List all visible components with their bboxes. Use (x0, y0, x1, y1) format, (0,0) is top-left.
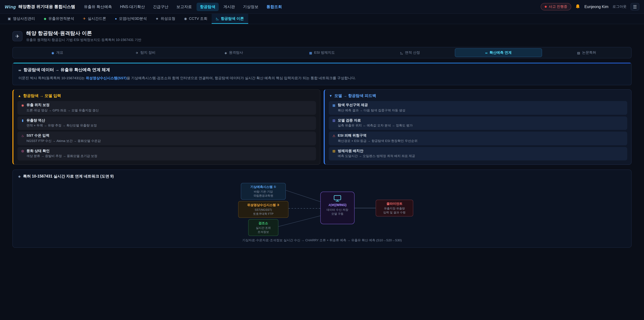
diagram-node-wing-server: 서버(WING) 데이터 수신·저장 모델 구동 (320, 192, 354, 224)
subnav-label: 영상사진관리 (13, 16, 35, 21)
tab-remote-sensing[interactable]: ◈ 원격탐사 (190, 48, 278, 57)
card-model-to-search: ▼ 모델 → 항공탐색 피드백 ▦ 탐색 우선구역 제공 확산 예측 결과 → … (324, 89, 632, 165)
subnav-label: 실시간드론 (88, 16, 106, 21)
nav-item-reports[interactable]: 보고자료 (173, 3, 195, 11)
row-description: 확산 예측 결과 → 다음 탐색 집중구역 자동 생성 (332, 108, 624, 113)
papers-icon: ▤ (577, 51, 580, 55)
row-title: ▥ 모델 검증 자료 (332, 118, 624, 123)
logout-button[interactable]: 로그아웃 (612, 4, 626, 9)
status-dot-icon (545, 6, 547, 8)
linkage-heading: ∞ 항공탐색 데이터 → 유출유 확산예측 연계 체계 (18, 67, 626, 73)
row-description: 드론·위성 영상 → GPS 좌표 → 모델 유출지점 갱신 (21, 108, 312, 113)
nav-item-board[interactable]: 게시판 (220, 3, 238, 11)
download-icon: ▼ (329, 94, 332, 98)
diagram-node-tide-station: 검조소 실시간 조위 조석정보 (248, 219, 278, 236)
user-name[interactable]: Eunjeong Kim (584, 5, 608, 9)
page-header-text: 해양 항공탐색·원격탐사 이론 유출유 원격탐지·항공감시 기법·ESI 방제정… (26, 30, 142, 42)
incident-status-label: 사고 진행중 (549, 4, 567, 9)
tab-detection-equipment[interactable]: ✈ 탐지 장비 (102, 48, 189, 57)
row-description: 면적 × 두께 → 유량 추정 → 확산모델 유출량 보정 (21, 124, 312, 128)
nav-item-hns-atmospheric[interactable]: HNS·대기확산 (117, 3, 148, 11)
tab-diffusion-linkage[interactable]: ∞ 확산예측 연계 (455, 48, 542, 57)
page-header: ✈ 해양 항공탐색·원격탐사 이론 유출유 원격탐지·항공감시 기법·ESI 방… (12, 30, 632, 42)
page-header-icon-box: ✈ (12, 31, 22, 41)
node-subtext: 토호쿠대학 FTP (241, 212, 286, 216)
row-title-text: 유출 위치 보정 (26, 103, 50, 108)
row-description: 확산경로 × ESI 등급 → 항공탐색 ESI 현장확인 우선순위 (332, 139, 624, 143)
nav-item-oil-spill-prediction[interactable]: 유출유 확산예측 (80, 3, 115, 11)
subnav-item-image-photo-management[interactable]: ▣ 영상사진관리 (3, 14, 40, 24)
notification-bell-icon[interactable] (576, 4, 580, 10)
card-search-to-model-title: ▲ 항공탐색 → 모델 입력 (18, 94, 316, 99)
diagram-node-client: 클라이언트 유출지점·유출량 입력 및 결과 수령 (376, 200, 413, 216)
alert-icon: ⚠ (332, 134, 336, 138)
app-root: Wing 해양환경 위기대응 통합시스템 유출유 확산예측 HNS·대기확산 긴… (0, 0, 644, 320)
row-title-text: 풍화 상태 확인 (26, 149, 50, 153)
list-item-position-correction: ◉ 유출 위치 보정 드론·위성 영상 → GPS 좌표 → 모델 유출지점 갱… (18, 101, 316, 115)
row-description: 예측 도달시간 → 오일펜스·방제정 최적 배치 좌표 제공 (332, 154, 624, 159)
subnav-item-aerial-search-theory[interactable]: ◺ 항공탐색 이론 (212, 14, 248, 24)
nav-item-emergency-rescue[interactable]: 긴급구난 (150, 3, 172, 11)
linkage-heading-text: 항공탐색 데이터 → 유출유 확산예측 연계 체계 (24, 67, 110, 73)
remote-sensing-icon: ◈ (224, 51, 227, 55)
ship-3d-icon: ● (115, 17, 117, 20)
upload-icon: ▲ (18, 94, 21, 98)
satellite-icon: ★ (156, 17, 158, 20)
list-item-volume-estimation: ▮ 유출량 역산 면적 × 두께 → 유량 추정 → 확산모델 유출량 보정 (18, 116, 316, 130)
tab-area-calculation[interactable]: ◺ 면적 산정 (366, 48, 454, 57)
incident-status-badge[interactable]: 사고 진행중 (541, 3, 572, 11)
nav-item-integrated-search[interactable]: 통합조회 (263, 3, 285, 11)
server-monitor-icon (334, 195, 342, 202)
row-title-text: ESI 피해 위험구역 (338, 133, 366, 138)
subnav-item-satellite-request[interactable]: ★ 위성요청 (151, 14, 180, 24)
area-analysis-icon: ◆ (44, 17, 46, 20)
page-title: 해양 항공탐색·원격탐사 이론 (26, 30, 142, 37)
row-title-text: 유출량 역산 (26, 118, 45, 123)
card-title-text: 항공탐색 → 모델 입력 (23, 94, 61, 99)
wing-logo-icon: Wing (5, 4, 16, 9)
row-title-text: 모델 검증 자료 (338, 118, 361, 123)
top-navigation-bar: Wing 해양환경 위기대응 통합시스템 유출유 확산예측 HNS·대기확산 긴… (0, 0, 644, 14)
row-title-text: 방제자원 배치안 (338, 149, 364, 153)
topnav-right-group: 사고 진행중 Eunjeong Kim 로그아웃 ☰ (541, 3, 639, 11)
hamburger-menu-icon[interactable]: ☰ (630, 3, 639, 11)
cctv-icon: ◉ (184, 17, 187, 20)
linkage-text-post: 을 기상예측시스템·검조소와 함께 인터넷으로 연결하여, 항공탐색 데이터가 … (126, 76, 356, 80)
equipment-icon: ✈ (136, 51, 138, 55)
sst-system-link[interactable]: 위성영상수신시스템(SST) (86, 76, 126, 80)
node-subtext: 조석정보 (251, 230, 276, 234)
subnav-item-realtime-drone[interactable]: ✈ 실시간드론 (78, 14, 110, 24)
node-title: 검조소 (251, 221, 276, 226)
row-description: 실측 유출유 위치 ↔ 예측값 오차 분석 → 정확도 평가 (332, 124, 624, 128)
map-grid-icon: ▦ (332, 103, 336, 107)
temperature-icon: ♨ (21, 134, 24, 138)
subnav-item-cctv-view[interactable]: ◉ CCTV 조회 (180, 14, 212, 24)
node-subtext: 데이터 수신·저장 (323, 208, 352, 212)
list-item-resource-deployment: ▧ 방제자원 배치안 예측 도달시간 → 오일펜스·방제정 최적 배치 좌표 제… (329, 147, 627, 161)
location-pin-icon: ◉ (21, 103, 24, 107)
tab-papers-patents[interactable]: ▤ 논문특허 (543, 48, 630, 57)
subnav-item-pollution-ship-3d[interactable]: ● 오염/선박3D분석 (110, 14, 151, 24)
tab-label: 논문특허 (582, 50, 596, 55)
tab-esi-map[interactable]: ▦ ESI 방제지도 (278, 48, 366, 57)
tab-label: 개요 (56, 50, 63, 55)
chart-icon: ▥ (332, 119, 336, 122)
subnav-item-spill-area-analysis[interactable]: ◆ 유출유면적분석 (40, 14, 78, 24)
row-description: 색상 분류 → 증발비 추정 → 풍화모델 초기값 보정 (21, 154, 312, 159)
link-icon: ∞ (18, 68, 21, 72)
nav-item-aerial-search[interactable]: 항공탐색 (196, 3, 219, 11)
nav-item-weather-info[interactable]: 기상정보 (240, 3, 262, 11)
tab-overview[interactable]: ◉ 개요 (14, 48, 101, 57)
linkage-description: 이문진 박사 특허(등록특허 10-1567431)는 위성영상수신시스템(SS… (18, 75, 626, 81)
tab-label: 확산예측 연계 (490, 50, 512, 55)
app-logo[interactable]: Wing 해양환경 위기대응 통합시스템 (5, 4, 75, 10)
node-subtext: 국립환경과학원 (244, 194, 283, 197)
linkage-text-pre: 이문진 박사 특허(등록특허 10-1567431)는 (18, 76, 86, 80)
main-menu: 유출유 확산예측 HNS·대기확산 긴급구난 보고자료 항공탐색 게시판 기상정… (80, 3, 285, 11)
esi-map-icon: ▦ (309, 51, 312, 55)
aerial-theory-icon: ✈ (16, 34, 19, 39)
card-search-to-model: ▲ 항공탐색 → 모델 입력 ◉ 유출 위치 보정 드론·위성 영상 → GPS… (12, 89, 320, 165)
card-model-to-search-title: ▼ 모델 → 항공탐색 피드백 (329, 94, 627, 99)
package-icon: ▧ (332, 149, 336, 153)
theory-icon: ◺ (216, 17, 219, 20)
